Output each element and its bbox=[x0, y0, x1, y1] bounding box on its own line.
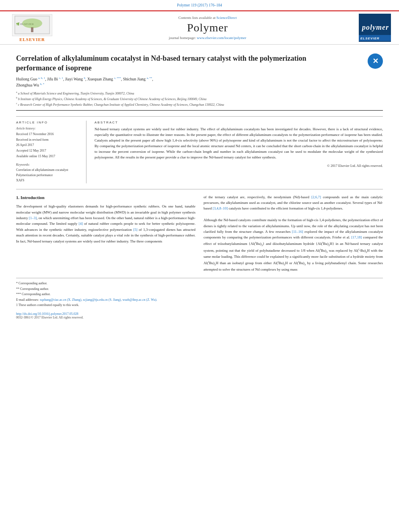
footnote-star1: * Corresponding author. bbox=[16, 281, 383, 286]
main-content: Correlation of alkylaluminum cocatalyst … bbox=[0, 45, 399, 323]
journal-center: Contents lists available at ScienceDirec… bbox=[56, 16, 359, 40]
article-dates: Received 17 November 2016 Received in re… bbox=[16, 131, 81, 159]
svg-rect-4 bbox=[31, 27, 33, 32]
svg-text:ELSEVIER: ELSEVIER bbox=[360, 37, 380, 40]
ref-17-18[interactable]: [17,18] bbox=[351, 235, 362, 239]
journal-citation: Polymer 119 (2017) 176–184 bbox=[8, 3, 391, 7]
crossmark-badge[interactable]: ✕ bbox=[368, 53, 383, 69]
issn-text: 0032-3861/© 2017 Elsevier Ltd. All right… bbox=[16, 316, 383, 319]
body-col-right: of the ternary catalyst are, respectivel… bbox=[204, 194, 383, 272]
keywords-label: Keywords: bbox=[16, 163, 81, 166]
abstract-text: Nd-based ternary catalyst systems are wi… bbox=[95, 127, 383, 160]
article-info-label: ARTICLE INFO bbox=[16, 121, 81, 124]
abstract-column: ABSTRACT Nd-based ternary catalyst syste… bbox=[95, 121, 383, 183]
received-date: Received 17 November 2016 bbox=[16, 131, 81, 137]
svg-point-3 bbox=[22, 18, 42, 28]
keyword-1: Correlation of alkylaluminum cocatalyst bbox=[16, 168, 81, 173]
copyright-text: © 2017 Elsevier Ltd. All rights reserved… bbox=[95, 164, 383, 168]
doi-url[interactable]: http://dx.doi.org/10.1016/j.polymer.2017… bbox=[16, 312, 78, 316]
keyword-3: XAFS bbox=[16, 178, 81, 183]
abstract-label: ABSTRACT bbox=[95, 121, 383, 124]
journal-top-bar: 🌿 ELSEVIER ELSEVIER Contents lists avail… bbox=[0, 11, 399, 45]
accepted-date: Accepted 12 May 2017 bbox=[16, 148, 81, 154]
footnote-star3: *** Corresponding author. bbox=[16, 292, 383, 297]
body-section: 1. Introduction The development of high-… bbox=[16, 189, 383, 272]
keyword-2: Polymerization performance bbox=[16, 173, 81, 178]
intro-col1-text: The development of high-quality elastome… bbox=[16, 203, 195, 244]
affiliation-a: a a School of Materials Science and Engi… bbox=[16, 90, 383, 96]
ref-4[interactable]: [4] bbox=[78, 222, 83, 226]
homepage-url[interactable]: www.elsevier.com/locate/polymer bbox=[197, 36, 246, 40]
elsevier-logo-image: 🌿 ELSEVIER bbox=[12, 14, 52, 36]
polymer-logo-right: polymer ELSEVIER bbox=[359, 14, 391, 42]
footnote-area: * Corresponding author. ** Corresponding… bbox=[16, 278, 383, 319]
affiliation-c: c c Research Center of High Performance … bbox=[16, 102, 383, 107]
article-history-label: Article history: bbox=[16, 127, 81, 130]
ref-1-3[interactable]: [1–3] bbox=[29, 216, 37, 220]
sciencedirect-url[interactable]: ScienceDirect bbox=[216, 16, 237, 20]
available-date: Available online 15 May 2017 bbox=[16, 154, 81, 159]
polymer-logo-text: polymer ELSEVIER bbox=[359, 14, 391, 42]
affiliations: a a School of Materials Science and Engi… bbox=[16, 90, 383, 107]
ref-5[interactable]: [5] bbox=[133, 228, 138, 232]
authors-line: Huilong Guo a, b, 1, Jifu Bi c, 1, Jiayi… bbox=[16, 76, 383, 88]
article-title: Correlation of alkylaluminum cocatalyst … bbox=[16, 53, 346, 73]
footnote-emails: E-mail addresses: xqzhang@ciac.ac.cn (X.… bbox=[16, 297, 383, 303]
introduction-title: 1. Introduction bbox=[16, 194, 195, 201]
journal-title: Polymer bbox=[56, 21, 359, 34]
revised-date: 26 April 2017 bbox=[16, 142, 81, 148]
elsevier-text: ELSEVIER bbox=[19, 37, 45, 42]
body-columns: 1. Introduction The development of high-… bbox=[16, 194, 383, 272]
affiliation-b: b b Institute of High Energy Physics, Ch… bbox=[16, 96, 383, 102]
keywords-section: Keywords: Correlation of alkylaluminum c… bbox=[16, 163, 81, 183]
article-info-abstract: ARTICLE INFO Article history: Received 1… bbox=[16, 116, 383, 183]
svg-text:polymer: polymer bbox=[361, 23, 389, 31]
revised-label: Received in revised form bbox=[16, 137, 81, 143]
email-addresses[interactable]: xqzhang@ciac.ac.cn (X. Zhang), scjiang@t… bbox=[40, 298, 157, 302]
page: Polymer 119 (2017) 176–184 🌿 ELSEVIER EL… bbox=[0, 0, 399, 532]
footnote-equal: 1 These authors contributed equally to t… bbox=[16, 302, 383, 308]
article-header: Correlation of alkylaluminum cocatalyst … bbox=[16, 49, 383, 111]
ref-11-16[interactable]: [11–16] bbox=[292, 230, 303, 234]
article-history: Article history: Received 17 November 20… bbox=[16, 127, 81, 159]
elsevier-logo: 🌿 ELSEVIER ELSEVIER bbox=[8, 14, 56, 42]
intro-col2-text: of the ternary catalyst are, respectivel… bbox=[204, 194, 383, 272]
email-label: E-mail addresses: bbox=[16, 298, 39, 302]
article-info-column: ARTICLE INFO Article history: Received 1… bbox=[16, 121, 86, 183]
ref-2-6-7[interactable]: [2,6,7] bbox=[311, 195, 321, 199]
footnote-star2: ** Corresponding author. bbox=[16, 286, 383, 292]
body-col-left: 1. Introduction The development of high-… bbox=[16, 194, 195, 272]
ref-3-4-8-10[interactable]: [3,4,8–10] bbox=[213, 206, 228, 210]
journal-header: Polymer 119 (2017) 176–184 bbox=[0, 0, 399, 11]
crossmark-icon: ✕ bbox=[372, 57, 378, 66]
journal-homepage: journal homepage: www.elsevier.com/locat… bbox=[56, 36, 359, 40]
sciencedirect-link: Contents lists available at ScienceDirec… bbox=[56, 16, 359, 20]
doi-link[interactable]: http://dx.doi.org/10.1016/j.polymer.2017… bbox=[16, 312, 383, 316]
